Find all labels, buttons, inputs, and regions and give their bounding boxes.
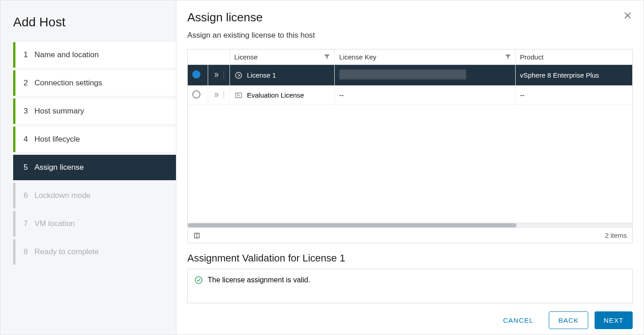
- col-license[interactable]: License: [229, 49, 335, 65]
- validation-message: The license assignment is valid.: [208, 276, 310, 284]
- page-subtitle: Assign an existing license to this host: [176, 28, 644, 49]
- svg-rect-3: [235, 93, 242, 98]
- wizard-title: Add Host: [0, 11, 176, 42]
- wizard-footer: CANCEL BACK NEXT: [176, 303, 644, 335]
- step-vm-location: 7 VM location: [13, 211, 176, 236]
- col-key-label: License Key: [339, 53, 376, 61]
- step-label: VM location: [34, 219, 75, 228]
- step-number: 1: [24, 50, 34, 59]
- step-number: 6: [24, 191, 34, 200]
- horizontal-scrollbar[interactable]: [188, 223, 632, 227]
- scrollbar-thumb[interactable]: [188, 223, 517, 227]
- product-name: --: [515, 86, 632, 105]
- license-key: --: [335, 86, 516, 105]
- step-host-lifecycle[interactable]: 4 Host lifecycle: [13, 127, 176, 152]
- svg-point-8: [195, 277, 202, 284]
- step-label: Host lifecycle: [34, 135, 80, 144]
- col-product[interactable]: Product: [515, 49, 632, 65]
- wizard: Add Host 1 Name and location 2 Connectio…: [0, 0, 644, 335]
- separator: [224, 91, 224, 99]
- items-count: 2 items: [605, 232, 627, 239]
- radio-unselected-icon[interactable]: [192, 90, 200, 99]
- expand-row-icon[interactable]: [213, 71, 224, 79]
- step-number: 2: [24, 79, 34, 88]
- next-button[interactable]: NEXT: [595, 311, 633, 329]
- back-button[interactable]: BACK: [549, 311, 588, 329]
- step-assign-license[interactable]: 5 Assign license: [13, 155, 176, 180]
- page-title: Assign license: [187, 10, 263, 25]
- expand-row-icon[interactable]: [213, 91, 224, 99]
- step-connection-settings[interactable]: 2 Connection settings: [13, 70, 176, 96]
- main-header: Assign license: [176, 0, 644, 28]
- main-panel: Assign license Assign an existing licens…: [176, 0, 644, 335]
- step-label: Name and location: [34, 50, 99, 59]
- step-number: 4: [24, 135, 34, 144]
- table-empty-space: [188, 105, 632, 223]
- step-label: Lockdown mode: [34, 191, 91, 200]
- close-icon[interactable]: [623, 10, 633, 23]
- col-expand: [208, 49, 229, 65]
- step-number: 5: [24, 163, 34, 172]
- license-evaluation-icon: [234, 91, 243, 99]
- col-license-label: License: [234, 53, 258, 61]
- cancel-button[interactable]: CANCEL: [494, 311, 542, 329]
- table-row[interactable]: License 1 vSphere 8 Enterprise Plus: [188, 65, 632, 86]
- step-label: Assign license: [34, 163, 84, 172]
- validation-box: The license assignment is valid.: [187, 269, 633, 303]
- step-label: Connection settings: [34, 79, 102, 88]
- step-lockdown-mode: 6 Lockdown mode: [13, 183, 176, 208]
- validation-title: Assignment Validation for License 1: [176, 243, 644, 269]
- step-number: 3: [24, 107, 34, 116]
- check-circle-icon: [194, 276, 203, 285]
- step-name-and-location[interactable]: 1 Name and location: [13, 42, 176, 68]
- product-name: vSphere 8 Enterprise Plus: [515, 65, 632, 86]
- filter-icon[interactable]: [505, 54, 511, 60]
- license-assigned-icon: [234, 71, 243, 79]
- wizard-steps: 1 Name and location 2 Connection setting…: [13, 42, 176, 265]
- table-row[interactable]: Evaluation License -- --: [188, 86, 632, 105]
- license-name: Evaluation License: [247, 91, 304, 99]
- step-label: Host summary: [34, 107, 84, 116]
- col-license-key[interactable]: License Key: [335, 49, 516, 65]
- step-ready-to-complete: 8 Ready to complete: [13, 239, 176, 265]
- sidebar: Add Host 1 Name and location 2 Connectio…: [0, 0, 176, 335]
- step-label: Ready to complete: [34, 247, 99, 256]
- table-footer: 2 items: [188, 227, 632, 243]
- radio-selected-icon[interactable]: [192, 70, 200, 79]
- svg-point-2: [235, 72, 242, 79]
- column-toggle-icon[interactable]: [193, 232, 200, 239]
- license-table: License License Key: [187, 49, 633, 243]
- step-number: 8: [24, 247, 34, 256]
- filter-icon[interactable]: [324, 54, 330, 60]
- step-host-summary[interactable]: 3 Host summary: [13, 99, 176, 124]
- step-number: 7: [24, 219, 34, 228]
- col-select: [188, 49, 208, 65]
- license-name: License 1: [247, 71, 276, 79]
- separator: [224, 71, 224, 79]
- license-key-redacted: [339, 69, 466, 79]
- col-product-label: Product: [520, 53, 544, 61]
